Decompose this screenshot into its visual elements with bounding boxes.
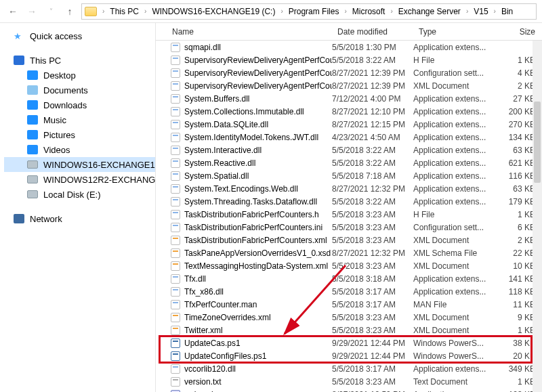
- file-type: Application: [413, 390, 501, 393]
- sidebar-item[interactable]: Local Disk (E:): [4, 187, 155, 202]
- file-icon: [171, 94, 180, 104]
- crumb-v15[interactable]: V15: [471, 7, 491, 16]
- file-name: Twitter.xml: [184, 326, 223, 335]
- file-date: 5/5/2018 3:23 AM: [332, 210, 413, 219]
- file-row[interactable]: TaskPaneAppVersionOverridesV1_0.xsd8/27/…: [156, 246, 542, 259]
- file-name: SupervisoryReviewDeliveryAgentPerfCou...: [184, 56, 332, 65]
- file-icon: [171, 274, 180, 284]
- breadcrumb[interactable]: › This PC › WINDOWS16-EXCHANGE19 (C:) › …: [81, 3, 537, 20]
- file-icon: [171, 210, 180, 219]
- sidebar-item-label: Music: [43, 115, 66, 125]
- this-pc[interactable]: This PC: [4, 53, 155, 68]
- crumb-program-files[interactable]: Program Files: [286, 7, 342, 16]
- file-date: 9/29/2021 12:44 PM: [332, 339, 413, 348]
- forward-button[interactable]: →: [24, 4, 39, 19]
- file-row[interactable]: System.Data.SQLite.dll8/27/2021 12:15 PM…: [156, 118, 542, 131]
- file-name: Tfx.dll: [184, 274, 206, 284]
- crumb-microsoft[interactable]: Microsoft: [350, 7, 388, 16]
- file-row[interactable]: TaskDistributionFabricPerfCounters.xml5/…: [156, 234, 542, 246]
- file-name: System.IdentityModel.Tokens.JWT.dll: [184, 133, 318, 142]
- file-row[interactable]: TfxPerfCounter.man5/5/2018 3:17 AMMAN Fi…: [156, 298, 542, 311]
- sidebar-item[interactable]: Desktop: [4, 68, 155, 83]
- file-date: 5/5/2018 3:22 AM: [332, 197, 413, 206]
- file-icon: [171, 68, 180, 78]
- file-row[interactable]: System.Threading.Tasks.Dataflow.dll5/5/2…: [156, 195, 542, 208]
- file-row[interactable]: System.Reactive.dll5/5/2018 3:22 AMAppli…: [156, 156, 542, 169]
- sidebar-item[interactable]: Documents: [4, 83, 155, 97]
- sidebar-item[interactable]: WINDOWS16-EXCHANGE19 (C:): [4, 157, 155, 172]
- crumb-bin[interactable]: Bin: [499, 7, 516, 16]
- sidebar-item[interactable]: Downloads: [4, 97, 155, 112]
- sidebar-item-label: Pictures: [43, 130, 75, 140]
- sidebar-item[interactable]: Music: [4, 112, 155, 127]
- file-date: 5/5/2018 1:30 PM: [332, 43, 413, 52]
- file-row[interactable]: SupervisoryReviewDeliveryAgentPerfCou...…: [156, 79, 542, 92]
- crumb-exchange-server[interactable]: Exchange Server: [396, 7, 463, 16]
- file-row[interactable]: SupervisoryReviewDeliveryAgentPerfCou...…: [156, 66, 542, 79]
- file-icon: [171, 390, 180, 393]
- file-row[interactable]: System.Buffers.dll7/12/2021 4:00 PMAppli…: [156, 92, 542, 105]
- file-row[interactable]: TaskDistributionFabricPerfCounters.h5/5/…: [156, 208, 542, 221]
- scrollbar-vertical[interactable]: [533, 41, 542, 392]
- crumb-drive[interactable]: WINDOWS16-EXCHANGE19 (C:): [149, 7, 278, 16]
- file-row[interactable]: System.Interactive.dll5/5/2018 3:22 AMAp…: [156, 144, 542, 156]
- sidebar-item-label: Documents: [43, 85, 88, 95]
- col-date[interactable]: Date modified: [332, 27, 413, 37]
- file-row[interactable]: wsbexchange.exe8/27/2021 12:52 PMApplica…: [156, 388, 542, 392]
- file-name: vccorlib120.dll: [184, 364, 236, 374]
- file-name: version.txt: [184, 377, 222, 387]
- col-name[interactable]: Name: [156, 27, 332, 37]
- file-date: 5/5/2018 3:22 AM: [332, 158, 413, 168]
- file-row[interactable]: TaskDistributionFabricPerfCounters.ini5/…: [156, 221, 542, 234]
- file-row[interactable]: TimeZoneOverrides.xml5/5/2018 3:23 AMXML…: [156, 311, 542, 324]
- file-type: Text Document: [413, 377, 501, 387]
- file-row[interactable]: TextMessagingHostingData-System.xml5/5/2…: [156, 259, 542, 272]
- file-name: TaskDistributionFabricPerfCounters.ini: [184, 223, 322, 232]
- file-icon: [171, 184, 180, 194]
- file-row[interactable]: Tfx.dll5/5/2018 3:18 AMApplication exten…: [156, 272, 542, 285]
- file-row[interactable]: version.txt5/5/2018 3:23 AMText Document…: [156, 375, 542, 388]
- folder-icon: [27, 175, 38, 183]
- file-type: Windows PowerS...: [413, 339, 501, 348]
- file-row[interactable]: System.IdentityModel.Tokens.JWT.dll4/23/…: [156, 131, 542, 144]
- up-button[interactable]: ↑: [62, 4, 77, 19]
- crumb-this-pc[interactable]: This PC: [107, 7, 142, 16]
- file-row[interactable]: UpdateConfigFiles.ps19/29/2021 12:44 PMW…: [156, 349, 542, 362]
- quick-access[interactable]: ★ Quick access: [4, 28, 155, 43]
- sidebar-item[interactable]: Videos: [4, 142, 155, 157]
- file-icon: [171, 313, 180, 322]
- file-row[interactable]: System.Text.Encodings.Web.dll8/27/2021 1…: [156, 182, 542, 195]
- recent-dropdown-icon[interactable]: ˅: [43, 4, 58, 19]
- file-icon: [171, 364, 180, 374]
- scrollbar-thumb[interactable]: [534, 102, 541, 183]
- file-icon: [171, 287, 180, 297]
- file-row[interactable]: Tfx_x86.dll5/5/2018 3:17 AMApplication e…: [156, 285, 542, 298]
- file-row[interactable]: SupervisoryReviewDeliveryAgentPerfCou...…: [156, 53, 542, 66]
- nav-pane: ★ Quick access This PC DesktopDocumentsD…: [0, 23, 156, 392]
- file-row[interactable]: Twitter.xml5/5/2018 3:23 AMXML Document1…: [156, 324, 542, 336]
- col-size[interactable]: Size: [501, 27, 542, 37]
- file-row[interactable]: sqmapi.dll5/5/2018 1:30 PMApplication ex…: [156, 41, 542, 53]
- column-header[interactable]: Name Date modified Type Size: [156, 23, 542, 41]
- file-row[interactable]: UpdateCas.ps19/29/2021 12:44 PMWindows P…: [156, 336, 542, 349]
- file-name: UpdateConfigFiles.ps1: [184, 351, 266, 361]
- file-row[interactable]: System.Collections.Immutable.dll8/27/202…: [156, 105, 542, 118]
- folder-icon: [27, 145, 38, 154]
- file-list[interactable]: sqmapi.dll5/5/2018 1:30 PMApplication ex…: [156, 41, 542, 392]
- file-type: XML Document: [413, 81, 501, 91]
- back-button[interactable]: ←: [5, 4, 20, 19]
- file-icon: [171, 236, 180, 245]
- col-type[interactable]: Type: [413, 27, 501, 37]
- file-date: 5/5/2018 3:23 AM: [332, 236, 413, 245]
- network[interactable]: Network: [4, 211, 155, 226]
- sidebar-item[interactable]: WINDOWS12R2-EXCHANGE13 (D:): [4, 172, 155, 187]
- sidebar-item[interactable]: Pictures: [4, 127, 155, 142]
- folder-icon: [27, 160, 38, 169]
- file-row[interactable]: vccorlib120.dll5/5/2018 3:17 AMApplicati…: [156, 362, 542, 375]
- file-type: XML Document: [413, 313, 501, 322]
- sidebar-item-label: Local Disk (E:): [43, 190, 101, 200]
- chevron-right-icon: ›: [465, 7, 470, 15]
- file-name: TaskPaneAppVersionOverridesV1_0.xsd: [184, 248, 331, 258]
- file-row[interactable]: System.Spatial.dll5/5/2018 7:18 AMApplic…: [156, 169, 542, 182]
- file-type: Configuration sett...: [413, 68, 501, 78]
